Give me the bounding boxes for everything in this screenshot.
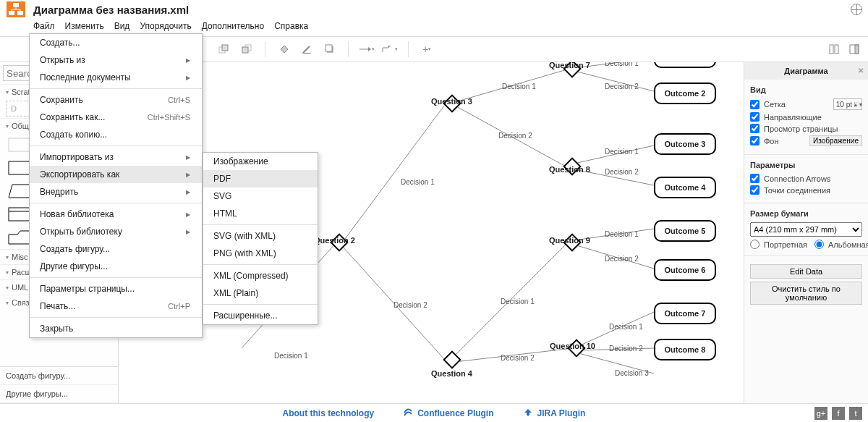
bg-checkbox[interactable] <box>750 136 760 145</box>
node-o5[interactable]: Outcome 5 <box>654 220 716 242</box>
file-menu: Создать... Открыть из▶ Последние докумен… <box>29 33 203 338</box>
node-o3[interactable]: Outcome 3 <box>654 133 716 155</box>
footer-jira[interactable]: JIRA Plugin <box>523 408 586 418</box>
fill-icon[interactable] <box>276 41 292 57</box>
edge-d1-h: Decision 1 <box>609 323 643 331</box>
svg-rect-1 <box>13 3 19 7</box>
edit-data-button[interactable]: Edit Data <box>750 264 862 279</box>
edge-d2-g: Decision 2 <box>609 345 643 353</box>
grid-checkbox[interactable] <box>750 100 760 109</box>
edge-d1-c: Decision 1 <box>502 83 536 90</box>
connection-icon[interactable]: ▾ <box>359 41 375 57</box>
mi-export-png-xml[interactable]: PNG (with XML) <box>203 245 318 262</box>
svg-rect-12 <box>835 45 838 54</box>
label-q8: Question 8 <box>549 165 590 174</box>
format-panel-icon[interactable] <box>846 41 862 57</box>
mi-export-html[interactable]: HTML <box>203 205 318 222</box>
footer-confluence[interactable]: Confluence Plugin <box>403 408 493 418</box>
conn-arrows-checkbox[interactable] <box>750 174 760 183</box>
node-o6[interactable]: Outcome 6 <box>654 259 716 281</box>
menu-help[interactable]: Справка <box>274 21 308 31</box>
svg-rect-5 <box>222 45 228 51</box>
mi-save[interactable]: СохранитьCtrl+S <box>30 91 202 109</box>
to-back-icon[interactable] <box>239 41 255 57</box>
facebook-icon[interactable]: f <box>832 407 845 420</box>
edge-d2-e: Decision 2 <box>605 168 639 176</box>
guides-checkbox[interactable] <box>750 112 760 122</box>
mi-export-advanced[interactable]: Расширенные... <box>203 307 318 324</box>
grid-size-spinner[interactable]: 10 pt▲▼ <box>833 98 862 110</box>
svg-rect-3 <box>17 11 23 15</box>
shadow-icon[interactable] <box>322 41 338 57</box>
mi-close[interactable]: Закрыть <box>30 320 202 337</box>
mi-open-from[interactable]: Открыть из▶ <box>30 51 202 69</box>
edge-d2-a: Decision 2 <box>393 301 427 309</box>
mi-import[interactable]: Импортировать из▶ <box>30 148 202 166</box>
menu-extras[interactable]: Дополнительно <box>202 21 264 31</box>
mi-save-as[interactable]: Сохранить как...Ctrl+Shift+S <box>30 109 202 126</box>
mi-new-library[interactable]: Новая библиотека▶ <box>30 206 202 223</box>
mi-export-xml-comp[interactable]: XML (Compressed) <box>203 267 318 284</box>
edge-d2-f: Decision 2 <box>605 255 639 263</box>
mi-make-copy[interactable]: Создать копию... <box>30 126 202 143</box>
view-heading: Вид <box>750 85 862 94</box>
pageview-checkbox[interactable] <box>750 124 760 133</box>
jira-icon <box>523 408 533 418</box>
document-title[interactable]: Диаграмма без названия.xml <box>33 4 189 16</box>
mi-export-image[interactable]: Изображение <box>203 153 318 170</box>
landscape-radio[interactable] <box>814 240 824 249</box>
mi-embed[interactable]: Внедрить▶ <box>30 183 202 201</box>
menu-view[interactable]: Вид <box>114 21 130 31</box>
node-o4[interactable]: Outcome 4 <box>654 177 716 198</box>
line-color-icon[interactable] <box>299 41 315 57</box>
mi-export-svg[interactable]: SVG <box>203 187 318 205</box>
label-q4: Question 4 <box>431 369 472 378</box>
label-q9: Question 9 <box>549 236 590 245</box>
edge-d1-b: Decision 1 <box>401 178 435 186</box>
node-o7[interactable]: Outcome 7 <box>654 303 716 324</box>
left-create-shape[interactable]: Создать фигуру... <box>0 367 118 385</box>
mi-export-svg-xml[interactable]: SVG (with XML) <box>203 227 318 245</box>
mi-create[interactable]: Создать... <box>30 34 202 51</box>
to-front-icon[interactable] <box>216 41 231 57</box>
insert-icon[interactable]: +▾ <box>419 41 435 57</box>
label-q10: Question 10 <box>550 342 595 350</box>
bg-image-button[interactable]: Изображение <box>809 135 862 146</box>
edge-d2-d: Decision 2 <box>605 83 639 90</box>
googleplus-icon[interactable]: g+ <box>814 407 827 420</box>
menu-arrange[interactable]: Упорядочить <box>140 21 191 31</box>
edge-d1-g: Decision 1 <box>605 230 639 238</box>
mi-other-shapes[interactable]: Другие фигуры... <box>30 258 202 275</box>
mi-export-pdf[interactable]: PDF <box>203 170 318 187</box>
mi-print[interactable]: Печать...Ctrl+P <box>30 297 202 315</box>
portrait-radio[interactable] <box>750 240 760 249</box>
mi-export[interactable]: Экспортировать как▶ <box>30 166 202 183</box>
footer-about[interactable]: About this technology <box>283 408 375 418</box>
clear-style-button[interactable]: Очистить стиль по умолчанию <box>750 282 862 305</box>
node-o8[interactable]: Outcome 8 <box>654 339 716 360</box>
footer: About this technology Confluence Plugin … <box>0 403 868 422</box>
mi-open-library[interactable]: Открыть библиотеку▶ <box>30 223 202 240</box>
menu-file[interactable]: Файл <box>33 21 55 31</box>
label-q3: Question 3 <box>431 97 472 106</box>
paper-size-select[interactable]: A4 (210 mm x 297 mm) <box>750 222 862 237</box>
label-q7: Question 7 <box>549 62 590 69</box>
waypoint-icon[interactable]: ▾ <box>382 41 398 57</box>
node-o1[interactable]: Outcome 1 <box>654 62 716 68</box>
mi-create-shape[interactable]: Создать фигуру... <box>30 240 202 258</box>
node-o2[interactable]: Outcome 2 <box>654 83 716 104</box>
mi-recent[interactable]: Последние документы▶ <box>30 69 202 86</box>
expand-icon[interactable] <box>826 41 842 57</box>
svg-rect-7 <box>242 47 248 53</box>
mi-export-xml-plain[interactable]: XML (Plain) <box>203 284 318 302</box>
format-panel: Диаграмма✕ Вид Сетка10 pt▲▼ Направляющие… <box>744 62 868 403</box>
mi-page-params[interactable]: Параметры страницы... <box>30 280 202 297</box>
conn-points-checkbox[interactable] <box>750 185 760 195</box>
svg-rect-8 <box>302 53 311 54</box>
menu-edit[interactable]: Изменить <box>65 21 104 31</box>
language-icon[interactable] <box>851 4 862 15</box>
twitter-icon[interactable]: t <box>849 407 862 420</box>
label-q2: Question 2 <box>314 236 355 245</box>
close-icon[interactable]: ✕ <box>858 67 864 75</box>
left-other-shapes[interactable]: Другие фигуры... <box>0 385 118 403</box>
